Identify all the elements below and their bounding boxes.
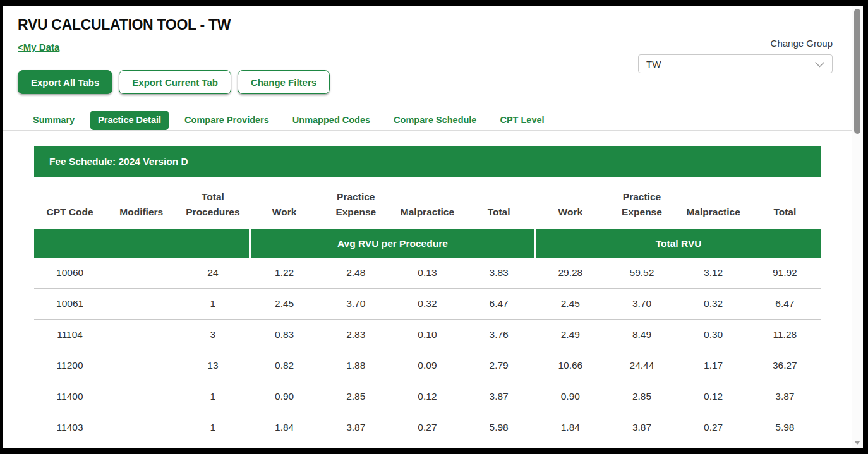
tab-compare-providers[interactable]: Compare Providers (177, 111, 277, 130)
tab-compare-schedule[interactable]: Compare Schedule (386, 111, 484, 130)
table-cell: 0.90 (249, 381, 320, 412)
group-header-cell (34, 229, 249, 258)
table-row: 11200130.821.880.092.7910.6624.441.1736.… (34, 350, 821, 381)
export-all-tabs-button[interactable]: Export All Tabs (18, 70, 112, 94)
table-cell: 13 (177, 350, 248, 381)
column-header: Malpractice (392, 177, 463, 229)
group-select-value: TW (646, 59, 661, 69)
table-cell: 2.45 (249, 289, 320, 320)
table-cell: 2.85 (606, 381, 677, 412)
tab-bar: SummaryPractice DetailCompare ProvidersU… (3, 111, 863, 131)
toolbar: Export All TabsExport Current TabChange … (18, 70, 863, 94)
table-cell: 1 (177, 412, 248, 443)
rvu-table-section: Fee Schedule: 2024 Version D CPT CodeMod… (34, 146, 821, 443)
table-cell: 1.84 (534, 412, 606, 443)
group-select[interactable]: TW (638, 54, 833, 73)
table-cell: 3.87 (606, 412, 677, 443)
table-cell: 0.12 (678, 381, 749, 412)
table-cell: 0.13 (392, 258, 463, 289)
table-cell: 10060 (34, 258, 105, 289)
table-cell (105, 289, 177, 320)
table-cell: 24 (177, 258, 248, 289)
table-cell: 1.84 (249, 412, 320, 443)
change-filters-button[interactable]: Change Filters (238, 70, 330, 94)
column-header: Total (749, 177, 821, 229)
table-cell: 0.27 (392, 412, 463, 443)
table-cell: 10061 (34, 289, 105, 320)
table-cell: 5.98 (463, 412, 534, 443)
table-cell: 8.49 (606, 320, 677, 350)
table-cell (105, 381, 177, 412)
table-cell: 0.09 (392, 350, 463, 381)
table-cell: 2.45 (534, 289, 606, 320)
table-cell: 6.47 (749, 289, 821, 320)
vertical-scrollbar[interactable] (852, 6, 863, 448)
table-row: 10060241.222.480.133.8329.2859.523.1291.… (34, 258, 821, 289)
table-cell: 6.47 (463, 289, 534, 320)
table-cell: 5.98 (749, 412, 821, 443)
table-cell: 2.49 (534, 320, 606, 350)
scrollbar-down-arrow-icon[interactable] (854, 441, 860, 445)
table-cell: 0.10 (392, 320, 463, 350)
table-row: 1006112.453.700.326.472.453.700.326.47 (34, 289, 821, 320)
table-cell: 0.27 (678, 412, 749, 443)
chevron-down-icon (815, 59, 824, 69)
table-cell (105, 412, 177, 443)
export-current-tab-button[interactable]: Export Current Tab (119, 70, 231, 94)
column-header: CPT Code (34, 177, 105, 229)
page-title: RVU CALCULATION TOOL - TW (18, 16, 863, 33)
column-header: Practice Expense (606, 177, 677, 229)
table-cell: 1 (177, 381, 248, 412)
group-header-row: Avg RVU per ProcedureTotal RVU (34, 229, 821, 258)
table-cell: 11200 (34, 350, 105, 381)
table-row: 1140311.843.870.275.981.843.870.275.98 (34, 412, 821, 443)
table-cell (105, 350, 177, 381)
table-cell: 1.88 (320, 350, 392, 381)
table-cell: 3.83 (463, 258, 534, 289)
tab-summary[interactable]: Summary (25, 111, 82, 130)
change-group-label: Change Group (638, 38, 833, 49)
table-cell: 2.85 (320, 381, 392, 412)
table-cell: 1.22 (249, 258, 320, 289)
table-cell: 0.32 (392, 289, 463, 320)
table-cell: 2.48 (320, 258, 392, 289)
column-header: Practice Expense (320, 177, 392, 229)
table-cell (105, 258, 177, 289)
table-row: 1110430.832.830.103.762.498.490.3011.28 (34, 320, 821, 350)
tab-unmapped-codes[interactable]: Unmapped Codes (285, 111, 378, 130)
table-cell: 11104 (34, 320, 105, 350)
table-cell: 11.28 (749, 320, 821, 350)
table-cell: 2.79 (463, 350, 534, 381)
table-cell: 0.12 (392, 381, 463, 412)
table-cell: 24.44 (606, 350, 677, 381)
table-cell: 10.66 (534, 350, 606, 381)
table-cell: 1.17 (678, 350, 749, 381)
group-selector-area: Change Group TW (638, 38, 833, 73)
table-cell: 1 (177, 289, 248, 320)
table-cell: 91.92 (749, 258, 821, 289)
my-data-link[interactable]: <My Data (18, 42, 59, 52)
table-cell: 2.83 (320, 320, 392, 350)
fee-schedule-banner: Fee Schedule: 2024 Version D (34, 146, 821, 177)
table-cell: 3.70 (606, 289, 677, 320)
table-cell: 3.70 (320, 289, 392, 320)
rvu-table-body: 10060241.222.480.133.8329.2859.523.1291.… (34, 258, 821, 443)
tab-practice-detail[interactable]: Practice Detail (90, 111, 169, 130)
table-cell: 0.90 (534, 381, 606, 412)
table-cell: 3.87 (320, 412, 392, 443)
tab-cpt-level[interactable]: CPT Level (492, 111, 552, 130)
column-header: Total (463, 177, 534, 229)
table-cell: 0.82 (249, 350, 320, 381)
rvu-table: CPT CodeModifiersTotal ProceduresWorkPra… (34, 177, 821, 443)
table-cell: 0.32 (678, 289, 749, 320)
table-cell (105, 320, 177, 350)
column-header: Total Procedures (177, 177, 248, 229)
table-cell: 3.87 (463, 381, 534, 412)
scrollbar-thumb[interactable] (854, 9, 860, 134)
table-cell: 36.27 (749, 350, 821, 381)
table-cell: 3.12 (678, 258, 749, 289)
table-cell: 29.28 (534, 258, 606, 289)
column-header-row: CPT CodeModifiersTotal ProceduresWorkPra… (34, 177, 821, 229)
column-header: Work (249, 177, 320, 229)
page: RVU CALCULATION TOOL - TW <My Data Chang… (3, 6, 863, 448)
